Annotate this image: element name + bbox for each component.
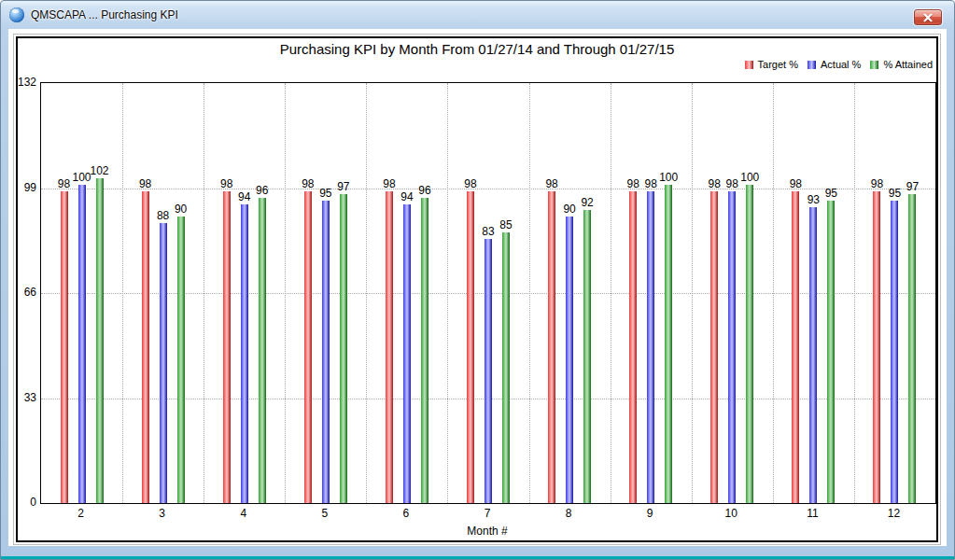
bar-value-label: 98 bbox=[214, 177, 240, 190]
bar-value-label: 98 bbox=[782, 177, 808, 190]
chart-bar bbox=[61, 191, 68, 503]
bar-value-label: 100 bbox=[737, 171, 763, 184]
chart-bar bbox=[827, 201, 835, 503]
y-tick-label: 33 bbox=[24, 391, 36, 404]
bar-value-label: 100 bbox=[655, 171, 681, 184]
chart-title: Purchasing KPI by Month From 01/27/14 an… bbox=[18, 41, 936, 57]
chart-bar bbox=[566, 217, 573, 503]
v-gridline bbox=[692, 83, 693, 503]
chart-bar bbox=[96, 178, 104, 503]
x-tick-label: 11 bbox=[798, 507, 826, 520]
v-gridline bbox=[854, 83, 855, 503]
close-icon bbox=[923, 13, 933, 21]
bar-value-label: 97 bbox=[330, 180, 357, 193]
bar-value-label: 102 bbox=[87, 164, 113, 177]
chart-bar bbox=[908, 194, 916, 503]
bar-value-label: 90 bbox=[168, 203, 194, 216]
x-tick-label: 8 bbox=[555, 507, 583, 520]
client-area: Purchasing KPI by Month From 01/27/14 an… bbox=[8, 29, 947, 546]
chart-bar bbox=[241, 204, 248, 503]
bar-value-label: 98 bbox=[133, 177, 159, 190]
titlebar[interactable]: QMSCAPA ... Purchasing KPI bbox=[1, 1, 954, 29]
chart-bar bbox=[809, 207, 817, 503]
chart-bar bbox=[629, 191, 637, 503]
chart-bar bbox=[792, 191, 799, 503]
bar-value-label: 92 bbox=[574, 196, 600, 209]
chart-bar bbox=[891, 201, 898, 503]
chart-bar bbox=[710, 191, 718, 503]
close-button[interactable] bbox=[914, 9, 942, 25]
chart-bar bbox=[583, 210, 591, 503]
v-gridline bbox=[529, 83, 530, 503]
x-tick-label: 2 bbox=[67, 507, 95, 520]
v-gridline bbox=[122, 83, 123, 503]
bar-value-label: 98 bbox=[539, 177, 565, 190]
legend-item: Actual % bbox=[808, 59, 861, 70]
legend-label: % Attained bbox=[883, 59, 933, 70]
x-tick-label: 7 bbox=[473, 507, 501, 520]
chart-bar bbox=[177, 217, 185, 503]
app-window: QMSCAPA ... Purchasing KPI Purchasing KP… bbox=[0, 0, 955, 560]
app-globe-icon[interactable] bbox=[9, 7, 24, 22]
x-tick-label: 9 bbox=[636, 507, 664, 520]
v-gridline bbox=[447, 83, 448, 503]
legend-item: Target % bbox=[745, 59, 798, 70]
chart-bar bbox=[873, 191, 880, 503]
x-tick-label: 6 bbox=[392, 507, 420, 520]
x-axis-title: Month # bbox=[40, 525, 934, 538]
chart-bar bbox=[421, 198, 428, 503]
v-gridline bbox=[611, 83, 611, 503]
bar-value-label: 98 bbox=[376, 177, 402, 190]
y-tick-label: 132 bbox=[18, 76, 36, 89]
chart-bar bbox=[403, 204, 411, 503]
bar-value-label: 95 bbox=[818, 187, 844, 200]
bar-value-label: 85 bbox=[493, 218, 519, 231]
chart-bar bbox=[665, 185, 672, 503]
x-tick-label: 10 bbox=[717, 507, 745, 520]
y-tick-label: 99 bbox=[24, 181, 36, 194]
v-gridline bbox=[285, 83, 286, 503]
v-gridline bbox=[204, 83, 204, 503]
legend-label: Target % bbox=[758, 59, 798, 70]
x-axis-labels: 23456789101112 bbox=[40, 507, 934, 522]
chart-bar bbox=[160, 223, 167, 503]
chart-bar bbox=[548, 191, 555, 503]
x-tick-label: 12 bbox=[879, 507, 907, 520]
chart-bar bbox=[728, 191, 736, 503]
bar-value-label: 98 bbox=[457, 177, 484, 190]
y-tick-label: 66 bbox=[24, 286, 36, 299]
chart-bar bbox=[259, 198, 266, 503]
bar-value-label: 97 bbox=[899, 180, 925, 193]
y-tick-label: 0 bbox=[30, 496, 36, 509]
chart-bar bbox=[78, 185, 86, 503]
chart-bar bbox=[142, 191, 149, 503]
chart-panel: Purchasing KPI by Month From 01/27/14 an… bbox=[16, 36, 938, 542]
bar-value-label: 96 bbox=[412, 184, 438, 197]
chart-bar bbox=[467, 191, 474, 503]
window-bottom-edge bbox=[1, 556, 954, 559]
chart-bar bbox=[485, 239, 492, 503]
v-gridline bbox=[366, 83, 367, 503]
chart-bar bbox=[223, 191, 231, 503]
x-tick-label: 4 bbox=[230, 507, 258, 520]
chart-bar bbox=[647, 191, 654, 503]
x-tick-label: 3 bbox=[148, 507, 176, 520]
legend-swatch bbox=[808, 61, 816, 69]
plot-area: 9898989898989898989898100889495948390989… bbox=[40, 82, 936, 504]
chart-bar bbox=[304, 191, 312, 503]
bar-value-label: 96 bbox=[249, 184, 275, 197]
legend-swatch bbox=[870, 61, 878, 69]
legend-label: Actual % bbox=[821, 59, 861, 70]
chart-bar bbox=[340, 194, 347, 503]
legend-swatch bbox=[745, 61, 753, 69]
chart-bar bbox=[502, 232, 510, 503]
chart-legend: Target %Actual %% Attained bbox=[736, 59, 933, 70]
x-tick-label: 5 bbox=[311, 507, 339, 520]
v-gridline bbox=[773, 83, 774, 503]
window-title: QMSCAPA ... Purchasing KPI bbox=[31, 8, 178, 21]
chart-bar bbox=[386, 191, 393, 503]
chart-bar bbox=[746, 185, 753, 503]
chart-bar bbox=[322, 201, 330, 503]
y-axis-labels: 0336699132 bbox=[18, 82, 38, 502]
legend-item: % Attained bbox=[870, 59, 933, 70]
